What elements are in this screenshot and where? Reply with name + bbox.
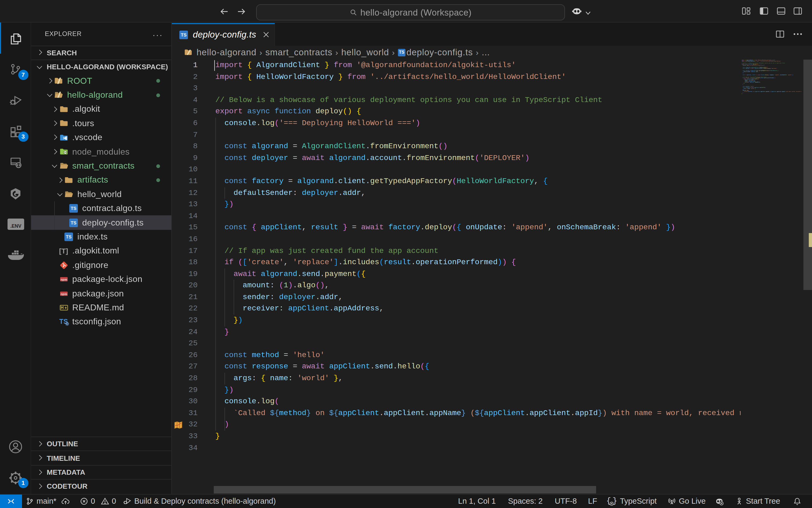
svg-text:JS: JS <box>63 151 67 154</box>
svg-text:npm: npm <box>60 278 67 282</box>
svg-text:npm: npm <box>60 292 67 295</box>
